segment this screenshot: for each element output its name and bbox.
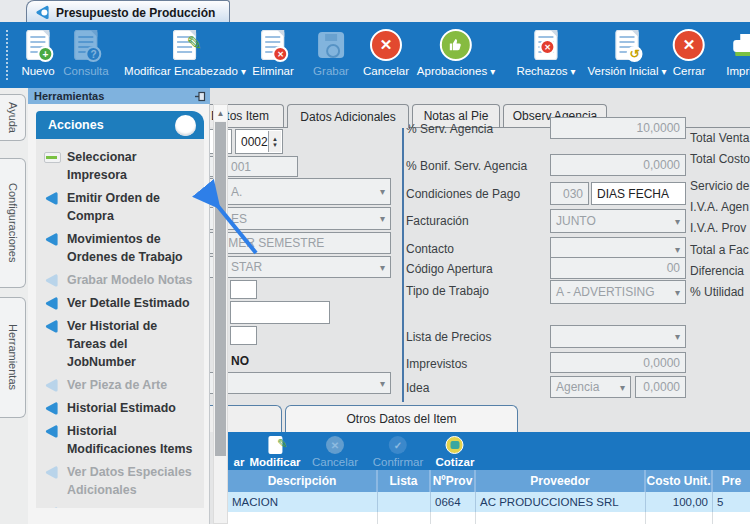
side-tab-configuraciones[interactable]: Configuraciones (0, 158, 26, 288)
field-value: 0,0000 (643, 380, 680, 394)
spinner-arrows-icon[interactable] (268, 131, 281, 152)
item-toolbar: ar Modificar Cancelar Confirmar Cotizar (228, 432, 750, 470)
cell-descripcion: MACION (228, 492, 378, 512)
action-label: Ver Detalle Estimado (67, 294, 190, 312)
form-divider-line (402, 112, 404, 402)
button-label: ar (234, 456, 245, 468)
items-grid-selected-row[interactable]: MACION 0664 AC PRODUCCIONES SRL 100,00 5 (228, 492, 750, 512)
close-circle-icon (673, 26, 706, 64)
collapse-toggle-icon[interactable] (175, 115, 196, 136)
button-label: Nuevo (21, 65, 54, 77)
utilidad-label: % Utilidad (690, 285, 744, 299)
button-label: Imprimir (726, 65, 750, 77)
small-input-2[interactable] (230, 301, 330, 324)
field-label: Código Apertura (406, 262, 493, 276)
action-label: Grabar Modelo Notas (67, 271, 192, 289)
side-tab-ayuda[interactable]: Ayuda (0, 94, 26, 141)
col-costo-unit[interactable]: Costo Unit. (646, 470, 713, 492)
col-precio[interactable]: Pre (713, 470, 750, 492)
button-label: Modificar (249, 456, 300, 468)
aprobaciones-button[interactable]: Aprobaciones (417, 26, 495, 77)
action-label: Historial Modificaciones Items (67, 422, 198, 458)
field-value: A - ADVERTISING (556, 285, 654, 299)
tools-panel-header[interactable]: Herramientas (28, 88, 210, 104)
toolbar-grip[interactable] (6, 30, 9, 80)
field-value: 0,0000 (643, 356, 680, 370)
dropdown-caret-icon (238, 65, 246, 77)
modificar-encabezado-button[interactable]: Modificar Encabezado (124, 26, 246, 77)
items-grid-header: Descripción Lista NºProv Proveedor Costo… (228, 470, 750, 492)
eliminar-button[interactable]: Eliminar (252, 26, 294, 77)
tipo-trabajo-select[interactable]: A - ADVERTISING (550, 280, 686, 304)
imprimir-button[interactable]: Imprimir (726, 26, 750, 77)
field-label: Contacto (406, 242, 454, 256)
title-bar: Presupuesto de Producción (0, 0, 750, 22)
rechazos-button[interactable]: Rechazos (516, 26, 575, 77)
main-toolbar: Nuevo Consulta Modificar Encabezado Elim… (0, 22, 750, 88)
action-ver-detalle-estimado[interactable]: Ver Detalle Estimado (44, 291, 198, 314)
tab-datos-adicionales[interactable]: Datos Adicionales (287, 104, 409, 128)
modificar-item-button[interactable]: Modificar (249, 435, 300, 468)
field-label: Tipo de Trabajo (406, 284, 489, 298)
agregar-button-partial[interactable]: ar (234, 435, 245, 468)
action-ver-datos-especiales: Ver Datos Especiales Adicionales (44, 460, 198, 501)
tools-panel-title: Herramientas (34, 90, 104, 102)
button-label: Modificar Encabezado (124, 65, 246, 77)
idea-source-select[interactable]: Agencia (550, 376, 631, 398)
button-label: Rechazos (516, 65, 575, 77)
field-label: Lista de Precios (406, 330, 491, 344)
cond-pago-code-field[interactable]: 030 (550, 182, 589, 205)
action-ver-historial-tareas[interactable]: Ver Historial de Tareas del JobNumber (44, 314, 198, 373)
action-label: Movimientos de Ordenes de Trabajo (67, 230, 198, 266)
scrollbar-thumb[interactable] (215, 122, 226, 456)
cell-nprov: 0664 (431, 492, 476, 512)
doc-number-value: 001 (231, 160, 251, 174)
col-descripcion[interactable]: Descripción (228, 470, 378, 492)
cancelar-item-button: Cancelar (312, 435, 358, 468)
thumbs-up-icon (417, 26, 495, 64)
small-input-1[interactable] (230, 280, 257, 299)
action-eliminar-alerta-rechazo: Eliminar Alerta Rechazo del Cliente (44, 501, 198, 508)
action-historial-estimado[interactable]: Historial Estimado (44, 396, 198, 419)
col-proveedor[interactable]: Proveedor (476, 470, 646, 492)
action-label: Eliminar Alerta Rechazo del Cliente (67, 504, 198, 509)
vertical-scrollbar[interactable] (213, 104, 228, 524)
tab-label: Otros Datos del Item (346, 412, 456, 426)
action-arrow-icon (44, 319, 59, 334)
col-lista[interactable]: Lista (378, 470, 431, 492)
bottom-tab-otros-datos[interactable]: Otros Datos del Item (285, 405, 518, 432)
action-movimientos-ordenes[interactable]: Movimientos de Ordenes de Trabajo (44, 227, 198, 268)
edit-document-icon (249, 435, 300, 455)
cancel-circle-icon (312, 435, 358, 455)
facturacion-select[interactable]: JUNTO (550, 209, 686, 233)
version-spinner-field[interactable]: 0002 (235, 129, 283, 154)
nuevo-button[interactable]: Nuevo (21, 26, 54, 77)
cotizar-button[interactable]: Cotizar (436, 435, 475, 468)
button-label: Versión Inicial (588, 65, 667, 77)
lista-precios-select[interactable] (550, 325, 686, 348)
field-value: 0,0000 (643, 158, 680, 172)
col-nprov[interactable]: NºProv (431, 470, 476, 492)
revert-document-icon (588, 26, 667, 64)
actions-list: Seleccionar Impresora Emitir Orden de Co… (36, 139, 204, 508)
action-seleccionar-impresora[interactable]: Seleccionar Impresora (44, 145, 198, 186)
action-historial-modificaciones[interactable]: Historial Modificaciones Items (44, 419, 198, 460)
action-arrow-icon (44, 191, 59, 206)
servicio-label: Servicio de (690, 179, 749, 193)
button-label: Cancelar (363, 65, 409, 77)
window-title-tab[interactable]: Presupuesto de Producción (26, 0, 230, 22)
cancelar-button[interactable]: Cancelar (363, 26, 409, 77)
version-inicial-button[interactable]: Versión Inicial (588, 26, 667, 77)
cancel-circle-icon (363, 26, 409, 64)
action-arrow-icon (44, 273, 59, 288)
small-input-3[interactable] (230, 326, 257, 345)
actions-card-header: Acciones (36, 111, 204, 139)
confirmar-item-button: Confirmar (373, 435, 423, 468)
printer-icon (44, 152, 59, 164)
scroll-up-icon[interactable] (214, 105, 227, 121)
side-tab-herramientas[interactable]: Herramientas (0, 297, 26, 418)
pin-icon[interactable] (194, 91, 206, 102)
action-emitir-orden-compra[interactable]: Emitir Orden de Compra (44, 186, 198, 227)
field-label: % Bonif. Serv. Agencia (406, 159, 527, 173)
cerrar-button[interactable]: Cerrar (673, 26, 706, 77)
